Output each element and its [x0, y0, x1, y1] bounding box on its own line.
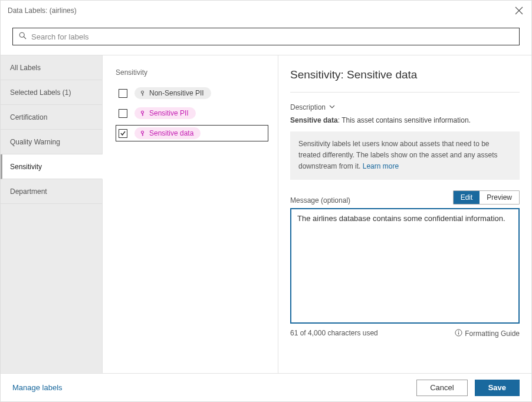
label-pill: Sensitive PII — [134, 107, 196, 119]
edit-toggle[interactable]: Edit — [454, 191, 480, 204]
formatting-guide-text: Formatting Guide — [465, 329, 520, 338]
dialog-body: All Labels Selected Labels (1) Certifica… — [1, 55, 531, 373]
sidebar-item-certification[interactable]: Certification — [1, 105, 102, 130]
search-icon — [19, 32, 27, 41]
svg-point-2 — [142, 91, 144, 93]
learn-more-link[interactable]: Learn more — [363, 162, 399, 170]
char-counter: 61 of 4,000 characters used — [290, 329, 455, 338]
message-header: Message (optional) Edit Preview — [290, 190, 520, 205]
description-toggle[interactable]: Description — [290, 103, 520, 111]
label-pill-text: Sensitive PII — [149, 109, 189, 117]
svg-point-5 — [142, 111, 144, 113]
info-icon — [455, 329, 462, 338]
key-icon — [139, 90, 146, 97]
cancel-button[interactable]: Cancel — [416, 380, 467, 396]
message-textarea[interactable] — [290, 208, 520, 324]
svg-point-0 — [19, 32, 24, 37]
info-box: Sensitivity labels let users know about … — [290, 131, 520, 180]
label-pill: Sensitive data — [134, 127, 201, 139]
edit-preview-toggle: Edit Preview — [453, 190, 520, 205]
checkbox[interactable] — [119, 89, 127, 98]
sidebar-item-all-labels[interactable]: All Labels — [1, 55, 102, 80]
description-toggle-label: Description — [290, 103, 326, 111]
chevron-down-icon — [329, 103, 335, 111]
checkbox[interactable] — [119, 109, 127, 118]
sidebar-item-quality-warning[interactable]: Quality Warning — [1, 130, 102, 154]
svg-point-13 — [458, 331, 459, 332]
sidebar-item-department[interactable]: Department — [1, 179, 102, 204]
label-row-non-sensitive-pii[interactable]: Non-Sensitive PII — [116, 85, 268, 101]
message-footer: 61 of 4,000 characters used Formatting G… — [290, 329, 520, 338]
label-list-panel: Sensitivity Non-Sensitive PII Sensitive … — [103, 55, 278, 373]
key-icon — [139, 110, 146, 117]
dialog-header: Data Labels: (airlines) — [1, 1, 531, 21]
save-button[interactable]: Save — [475, 380, 520, 396]
dialog-title: Data Labels: (airlines) — [8, 6, 514, 15]
message-label: Message (optional) — [290, 196, 453, 205]
formatting-guide-link[interactable]: Formatting Guide — [455, 329, 520, 338]
description-line: Sensitive data: This asset contains sens… — [290, 116, 520, 124]
dialog-footer: Manage labels Cancel Save — [1, 373, 531, 401]
label-list-title: Sensitivity — [116, 68, 268, 77]
detail-panel: Sensitivity: Sensitive data Description … — [278, 55, 531, 373]
preview-toggle[interactable]: Preview — [480, 191, 519, 204]
label-row-sensitive-data[interactable]: Sensitive data — [116, 125, 268, 141]
sidebar-item-selected-labels[interactable]: Selected Labels (1) — [1, 80, 102, 105]
manage-labels-link[interactable]: Manage labels — [12, 383, 409, 392]
svg-line-1 — [24, 37, 26, 39]
label-pill-text: Non-Sensitive PII — [149, 89, 204, 97]
search-box[interactable] — [12, 28, 520, 45]
search-input[interactable] — [31, 32, 513, 41]
sidebar: All Labels Selected Labels (1) Certifica… — [1, 55, 103, 373]
sidebar-item-sensitivity[interactable]: Sensitivity — [1, 154, 103, 179]
detail-title: Sensitivity: Sensitive data — [290, 68, 520, 93]
description-text: : This asset contains sensitive informat… — [338, 116, 471, 124]
close-button[interactable] — [514, 5, 524, 16]
search-row — [1, 21, 531, 55]
description-label-name: Sensitive data — [290, 116, 338, 124]
label-pill: Non-Sensitive PII — [134, 87, 211, 99]
checkbox[interactable] — [119, 129, 127, 138]
close-icon — [515, 6, 523, 15]
key-icon — [139, 130, 146, 137]
label-pill-text: Sensitive data — [149, 129, 193, 137]
label-row-sensitive-pii[interactable]: Sensitive PII — [116, 105, 268, 121]
svg-point-8 — [142, 131, 144, 133]
data-labels-dialog: Data Labels: (airlines) All Labels Selec… — [0, 0, 532, 402]
